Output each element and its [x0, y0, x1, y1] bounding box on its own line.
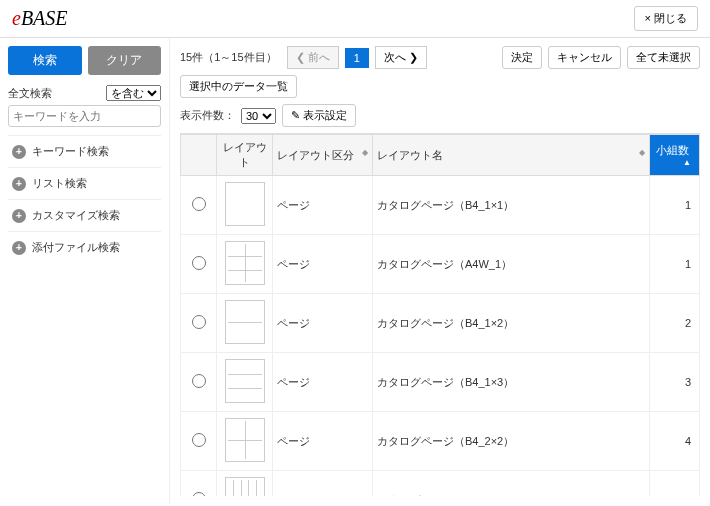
row-radio[interactable] [192, 315, 206, 329]
row-radio[interactable] [192, 197, 206, 211]
plus-icon: + [12, 145, 26, 159]
table-row[interactable]: ページカタログページ（B4_1×3）3 [181, 353, 700, 412]
layout-thumb-icon [225, 477, 265, 496]
decide-button[interactable]: 決定 [502, 46, 542, 69]
sidebar-item-keyword[interactable]: + キーワード検索 [8, 135, 161, 167]
col-layout[interactable]: レイアウト [217, 135, 273, 176]
clear-button[interactable]: クリア [88, 46, 162, 75]
prev-page-button[interactable]: ❮ 前へ [287, 46, 339, 69]
sidebar-item-attachment[interactable]: + 添付ファイル検索 [8, 231, 161, 263]
row-radio[interactable] [192, 433, 206, 447]
sidebar-item-label: リスト検索 [32, 176, 87, 191]
sidebar-item-label: キーワード検索 [32, 144, 109, 159]
keyword-input[interactable] [8, 105, 161, 127]
row-num: 3 [650, 353, 700, 412]
layout-table: レイアウト レイアウト区分 レイアウト名 小組数 ページカタログページ（B4_1… [180, 134, 700, 496]
table-row[interactable]: ページカタログページ（B4_2×2）4 [181, 412, 700, 471]
row-radio[interactable] [192, 256, 206, 270]
sidebar-item-list[interactable]: + リスト検索 [8, 167, 161, 199]
layout-thumb-icon [225, 418, 265, 462]
col-select [181, 135, 217, 176]
row-name: カタログページ（B4_1×2） [373, 294, 650, 353]
layout-thumb-icon [225, 359, 265, 403]
row-kubun: ページ [273, 471, 373, 497]
col-name[interactable]: レイアウト名 [373, 135, 650, 176]
sidebar-item-customize[interactable]: + カスタマイズ検索 [8, 199, 161, 231]
close-button[interactable]: × 閉じる [634, 6, 698, 31]
row-num: 4 [650, 412, 700, 471]
perpage-select[interactable]: 30 [241, 108, 276, 124]
sidebar-item-label: カスタマイズ検索 [32, 208, 120, 223]
row-name: カタログページ（B4_1×3） [373, 353, 650, 412]
row-kubun: ページ [273, 235, 373, 294]
row-kubun: ページ [273, 353, 373, 412]
sidebar-item-label: 添付ファイル検索 [32, 240, 120, 255]
row-num: 1 [650, 176, 700, 235]
col-kubun[interactable]: レイアウト区分 [273, 135, 373, 176]
plus-icon: + [12, 177, 26, 191]
app-logo: eBASE [12, 7, 68, 30]
row-name: カタログページ（A4W_1） [373, 235, 650, 294]
match-select[interactable]: を含む [106, 85, 161, 101]
deselect-all-button[interactable]: 全て未選択 [627, 46, 700, 69]
search-button[interactable]: 検索 [8, 46, 82, 75]
row-kubun: ページ [273, 412, 373, 471]
sidebar: 検索 クリア 全文検索 を含む + キーワード検索 + リスト検索 + カスタマ… [0, 38, 170, 504]
table-row[interactable]: ページカタログページ（B4_1×1）1 [181, 176, 700, 235]
row-radio[interactable] [192, 492, 206, 496]
row-name: カタログページ（B4_1×5） [373, 471, 650, 497]
row-name: カタログページ（B4_1×1） [373, 176, 650, 235]
layout-thumb-icon [225, 300, 265, 344]
plus-icon: + [12, 209, 26, 223]
perpage-label: 表示件数： [180, 108, 235, 123]
table-row[interactable]: ページカタログページ（B4_1×5）5 [181, 471, 700, 497]
layout-thumb-icon [225, 241, 265, 285]
row-radio[interactable] [192, 374, 206, 388]
cancel-button[interactable]: キャンセル [548, 46, 621, 69]
row-num: 1 [650, 235, 700, 294]
result-count: 15件（1～15件目） [180, 50, 277, 65]
table-row[interactable]: ページカタログページ（B4_1×2）2 [181, 294, 700, 353]
row-kubun: ページ [273, 176, 373, 235]
row-kubun: ページ [273, 294, 373, 353]
selected-list-button[interactable]: 選択中のデータ一覧 [180, 75, 297, 98]
row-num: 5 [650, 471, 700, 497]
page-1-button[interactable]: 1 [345, 48, 369, 68]
layout-thumb-icon [225, 182, 265, 226]
next-page-button[interactable]: 次へ ❯ [375, 46, 427, 69]
display-settings-button[interactable]: ✎ 表示設定 [282, 104, 356, 127]
col-num[interactable]: 小組数 [650, 135, 700, 176]
row-name: カタログページ（B4_2×2） [373, 412, 650, 471]
fulltext-label: 全文検索 [8, 86, 52, 101]
plus-icon: + [12, 241, 26, 255]
row-num: 2 [650, 294, 700, 353]
table-row[interactable]: ページカタログページ（A4W_1）1 [181, 235, 700, 294]
